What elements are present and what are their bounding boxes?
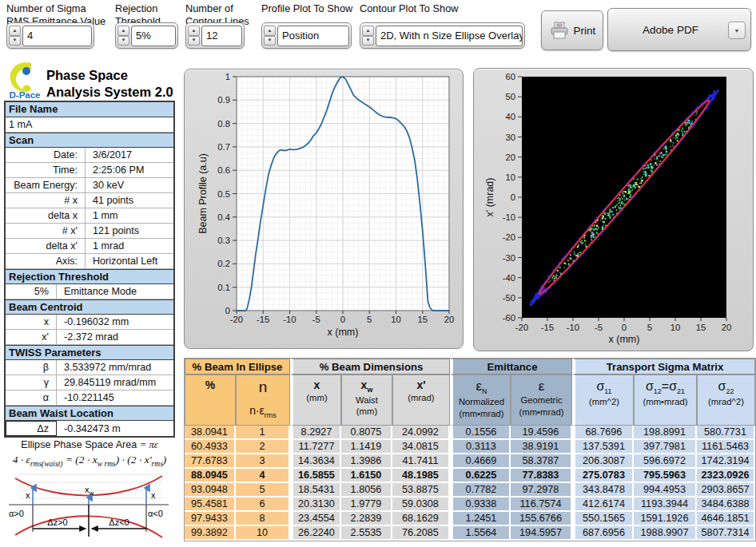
table-cell: 1.1419 xyxy=(341,440,392,454)
table-cell: 48.1985 xyxy=(392,469,450,483)
contour-plot-label: Contour Plot To Show xyxy=(360,2,459,15)
y-axis-label: Beam Profile (a.u) xyxy=(197,153,209,234)
spin-up-icon[interactable]: ▲ xyxy=(264,26,276,36)
column-symbol: σ22 xyxy=(698,379,754,396)
contour-plot-field[interactable]: 2D, With n Size Ellipse Overlay xyxy=(376,26,523,46)
table-cell: 60.4933 xyxy=(185,440,236,454)
table-cell: 1988.9907 xyxy=(634,526,697,541)
table-cell: 77.8383 xyxy=(511,469,572,483)
svg-text:-10: -10 xyxy=(283,315,296,324)
info-value: 3.533972 mm/mrad xyxy=(57,360,151,375)
logo-text: D-Pace xyxy=(10,90,41,100)
sigma-value-field[interactable]: 4 xyxy=(22,26,92,46)
ellipse-formula: Ellipse Phase Space Area = πε 4 · εrms(w… xyxy=(4,439,175,468)
column-symbol: % xyxy=(185,379,235,392)
dropdown-arrow-icon[interactable]: ▼ xyxy=(728,22,746,39)
logo-dot xyxy=(22,67,30,75)
title-line-1: Phase Space xyxy=(46,67,173,84)
formula-text: Ellipse Phase Space Area xyxy=(21,439,139,450)
column-header-row: %nn·εrmsx(mm)xwWaist(mm)x'(mrad)εNNormal… xyxy=(185,375,755,426)
svg-text:0: 0 xyxy=(340,315,345,324)
alpha-positive-label: α>0 xyxy=(9,509,24,518)
spinner: ▲ ▼ xyxy=(188,26,200,46)
table-cell: 2903.8657 xyxy=(697,483,755,497)
svg-text:5: 5 xyxy=(647,323,652,332)
x-axis-label: x (mm) xyxy=(609,334,640,345)
table-cell: 1.5564 xyxy=(450,526,511,541)
table-cell: 596.6972 xyxy=(634,454,697,469)
column-symbol: x xyxy=(293,379,340,392)
spin-down-icon[interactable]: ▼ xyxy=(9,36,21,46)
svg-text:-20: -20 xyxy=(503,232,515,242)
svg-text:-20: -20 xyxy=(515,323,528,332)
table-cell: 1 xyxy=(236,426,290,440)
spin-down-icon[interactable]: ▼ xyxy=(264,36,276,46)
contour-plot-select[interactable]: ▲ ▼ 2D, With n Size Ellipse Overlay xyxy=(360,22,525,49)
print-button-label: Print xyxy=(574,25,596,37)
svg-text:0.2: 0.2 xyxy=(217,259,230,268)
phase-space-analysis-window: Number of Sigma RMS Emittance Value ▲ ▼ … xyxy=(0,0,756,547)
info-label: x xyxy=(6,315,57,329)
column-symbol: ε xyxy=(511,379,571,394)
list-item: x'-2.372 mrad xyxy=(6,330,173,345)
table-cell: 580.7731 xyxy=(697,426,755,440)
svg-text:15: 15 xyxy=(696,323,706,332)
table-cell: 4 xyxy=(236,469,290,483)
section-header: Beam Centroid xyxy=(6,299,173,315)
spin-down-icon[interactable]: ▼ xyxy=(188,36,200,46)
column-symbol: σ12=σ21 xyxy=(635,379,696,396)
table-cell: 994.4953 xyxy=(634,483,697,497)
formula-seg: = (2 · x xyxy=(63,454,97,466)
contour-lines-field[interactable]: 12 xyxy=(201,26,242,46)
table-cell: 23.4554 xyxy=(290,512,341,526)
table-cell: 38.0941 xyxy=(185,426,236,440)
label-line: Profile Plot To Show xyxy=(261,2,352,15)
table-cell: 275.0783 xyxy=(572,469,634,483)
rejection-threshold-field[interactable]: 5% xyxy=(131,26,176,46)
table-cell: 1591.1926 xyxy=(634,512,697,526)
info-label: # x xyxy=(6,193,86,208)
spin-down-icon[interactable]: ▼ xyxy=(117,36,129,46)
spin-down-icon[interactable]: ▼ xyxy=(362,36,374,46)
spin-up-icon[interactable]: ▲ xyxy=(362,26,374,36)
column-subtitle: (mm) xyxy=(342,406,392,418)
info-value: 2:25:06 PM xyxy=(86,163,144,177)
table-cell: 0.4669 xyxy=(450,454,511,469)
profile-plot-field[interactable]: Position xyxy=(277,26,349,46)
print-button[interactable]: Print xyxy=(541,10,603,50)
spin-up-icon[interactable]: ▲ xyxy=(117,26,129,36)
table-cell: 93.0948 xyxy=(185,483,236,497)
svg-text:-30: -30 xyxy=(503,253,515,263)
info-label: Date: xyxy=(6,148,86,162)
info-value: -0.196032 mm xyxy=(57,315,129,329)
table-cell: 0.8075 xyxy=(341,426,392,440)
sigma-value-control[interactable]: ▲ ▼ 4 xyxy=(6,22,94,49)
svg-text:0: 0 xyxy=(622,323,627,332)
spin-up-icon[interactable]: ▲ xyxy=(188,26,200,36)
formula-seg: 4 · ε xyxy=(13,454,30,466)
rejection-threshold-control[interactable]: ▲ ▼ 5% xyxy=(115,22,178,49)
adobe-pdf-button[interactable]: Adobe PDF ▼ xyxy=(607,8,751,51)
list-item: # x'121 points xyxy=(6,224,173,239)
info-value: Horizontal Left xyxy=(86,254,157,268)
formula-line-2: 4 · εrms(waist) = (2 · xw rms) · (2 · x'… xyxy=(4,454,175,468)
table-column-header: σ11(mm^2) xyxy=(572,375,634,426)
table-cell: 97.2978 xyxy=(511,483,572,497)
info-label: delta x' xyxy=(6,239,86,253)
svg-text:10: 10 xyxy=(670,323,681,332)
info-value: -0.342473 m xyxy=(57,421,121,436)
svg-text:0.1: 0.1 xyxy=(217,283,230,292)
info-value: -10.221145 xyxy=(57,390,114,405)
svg-text:-5: -5 xyxy=(312,315,320,324)
svg-text:10: 10 xyxy=(505,172,515,182)
table-cell: 97.9433 xyxy=(185,512,236,526)
svg-text:0.7: 0.7 xyxy=(217,142,230,152)
table-cell: 116.7574 xyxy=(511,497,572,512)
table-body: 38.094118.29270.807524.09920.155619.4596… xyxy=(185,426,755,541)
contour-lines-control[interactable]: ▲ ▼ 12 xyxy=(185,22,245,49)
table-cell: 0.6225 xyxy=(450,469,511,483)
profile-plot-select[interactable]: ▲ ▼ Position xyxy=(261,22,352,49)
y-axis-label: x' (mrad) xyxy=(484,178,495,217)
spin-up-icon[interactable]: ▲ xyxy=(9,26,21,36)
table-group-header: % Beam In Ellipse xyxy=(185,359,290,375)
